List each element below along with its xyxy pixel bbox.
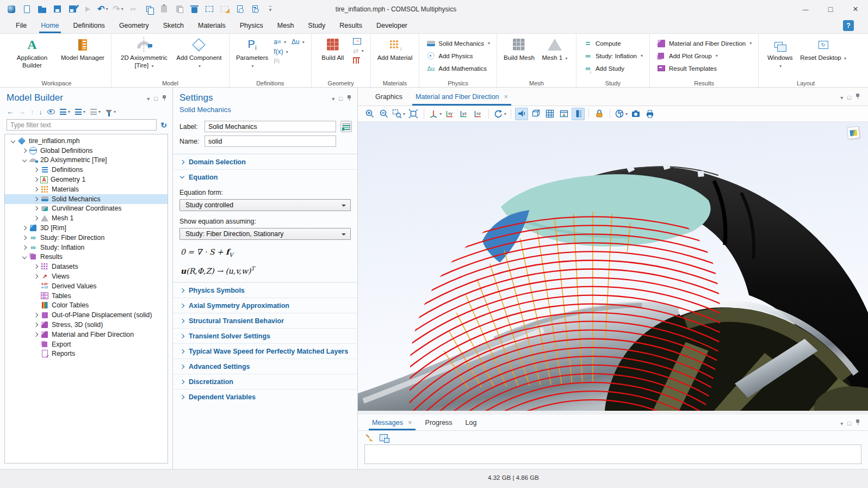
float-panel-icon[interactable] <box>339 93 343 103</box>
tree-item[interactable]: Export <box>5 339 168 349</box>
tree-item[interactable]: Study: Inflation <box>5 243 168 252</box>
clear-selection-icon[interactable] <box>219 3 231 15</box>
minimize-button[interactable] <box>793 0 818 18</box>
section-equation[interactable]: Equation <box>173 169 357 184</box>
tree-expander-icon[interactable] <box>32 166 40 173</box>
copy-icon[interactable] <box>142 3 154 15</box>
tree-expander-icon[interactable] <box>32 322 40 328</box>
section-domain-selection[interactable]: Domain Selection <box>173 154 357 169</box>
pin-icon[interactable] <box>162 95 167 101</box>
find-replace-icon[interactable] <box>249 3 261 15</box>
tree-item[interactable]: Curvilinear Coordinates <box>5 204 168 214</box>
ribbon-tab[interactable]: Sketch <box>156 18 191 33</box>
float-panel-icon[interactable] <box>847 418 851 428</box>
add-mathematics-button[interactable]: Add Mathematics <box>426 63 490 73</box>
tree-item[interactable]: Stress, 3D (solid) <box>5 320 168 330</box>
tree-expander-icon[interactable] <box>32 283 40 289</box>
run-icon[interactable] <box>82 3 94 15</box>
add-plot-group-button[interactable]: Add Plot Group▾ <box>656 51 752 61</box>
pin-icon[interactable] <box>855 419 860 425</box>
tree-expander-icon[interactable] <box>21 225 29 231</box>
settings-section-header[interactable]: Discretization <box>173 374 357 389</box>
equation-form-select[interactable]: Study controlled <box>179 199 351 211</box>
tree-item[interactable]: Definitions <box>5 165 168 175</box>
tree-expander-icon[interactable] <box>32 302 40 308</box>
tree-expander-icon[interactable] <box>32 273 40 280</box>
application-builder-button[interactable]: Application Builder <box>9 36 55 70</box>
environment-reflections-button[interactable]: ▾ <box>614 108 628 120</box>
view-xz-button[interactable]: xz <box>472 108 485 120</box>
import-geometry-button[interactable] <box>353 38 364 45</box>
tree-expander-icon[interactable] <box>32 350 40 357</box>
settings-section-header[interactable]: Physics Symbols <box>173 282 357 298</box>
tree-expander-icon[interactable] <box>21 234 29 241</box>
solid-mechanics-button[interactable]: Solid Mechanics▾ <box>426 38 490 48</box>
new-file-icon[interactable] <box>21 3 33 15</box>
panel-menu-icon[interactable] <box>840 92 843 102</box>
tree-item[interactable]: Results <box>5 252 168 262</box>
move-up-icon[interactable]: ↑ <box>30 107 34 116</box>
plot-thumbnail-icon[interactable] <box>847 126 860 139</box>
tree-expander-icon[interactable] <box>32 293 40 299</box>
undo-icon[interactable]: ▾ <box>97 3 109 15</box>
find-icon[interactable] <box>234 3 246 15</box>
tree-item[interactable]: Geometry 1 <box>5 175 168 184</box>
customize-toolbar-icon[interactable] <box>264 3 276 15</box>
tree-item[interactable]: 3D [Rim] <box>5 223 168 233</box>
delete-icon[interactable] <box>188 3 200 15</box>
tree-item[interactable]: Out-of-Plane Displacement (solid) <box>5 310 168 320</box>
label-field[interactable] <box>204 121 336 132</box>
tree-expander-icon[interactable] <box>32 205 40 212</box>
ribbon-tab[interactable]: File <box>9 18 34 33</box>
add-physics-button[interactable]: Add Physics <box>426 51 490 61</box>
redo-icon[interactable]: ▾ <box>112 3 124 15</box>
panel-menu-icon[interactable] <box>840 418 843 428</box>
compute-button[interactable]: Compute <box>583 38 643 48</box>
tree-item[interactable]: 2D Axisymmetric [Tire] <box>5 156 168 165</box>
panel-menu-icon[interactable] <box>147 93 150 103</box>
zoom-out-button[interactable] <box>377 108 390 120</box>
filter-icon[interactable]: ▾ <box>106 107 116 116</box>
tab-material-and-fiber-direction[interactable]: Material and Fiber Direction <box>409 88 514 106</box>
model-tree-node-text-icon[interactable]: ▾ <box>90 107 101 116</box>
rotate-button[interactable]: ▾ <box>493 108 507 120</box>
settings-section-header[interactable]: Dependent Variables <box>173 389 357 404</box>
transparency-button[interactable] <box>529 108 542 120</box>
paste-icon[interactable] <box>158 3 170 15</box>
tree-expander-icon[interactable] <box>21 157 29 163</box>
print-button[interactable] <box>643 108 656 120</box>
tree-item[interactable]: Color Tables <box>5 301 168 311</box>
ribbon-tab[interactable]: Physics <box>233 18 270 33</box>
settings-section-header[interactable]: Transient Solver Settings <box>173 328 357 343</box>
windows-button[interactable]: Windows▾ <box>765 36 795 70</box>
maximize-button[interactable] <box>818 0 843 18</box>
tab-progress[interactable]: Progress <box>419 415 459 430</box>
tree-item[interactable]: Reports <box>5 349 168 359</box>
tree-item[interactable]: Mesh 1 <box>5 213 168 223</box>
float-panel-icon[interactable] <box>847 92 851 102</box>
copy-to-table-icon[interactable] <box>380 434 388 441</box>
close-tab-icon[interactable] <box>408 418 412 427</box>
comsol-logo-icon[interactable] <box>5 3 17 15</box>
grid-button[interactable] <box>543 108 556 120</box>
study-inflation-button[interactable]: Study: Inflation▾ <box>583 51 643 61</box>
ribbon-tab[interactable]: Mesh <box>270 18 301 33</box>
model-manager-button[interactable]: Model Manager <box>61 36 104 62</box>
back-icon[interactable]: ← <box>7 107 14 116</box>
tree-expander-icon[interactable] <box>32 186 40 193</box>
settings-section-header[interactable]: Axial Symmetry Approximation <box>173 298 357 313</box>
build-all-button[interactable]: Build All <box>318 36 348 62</box>
image-snapshot-button[interactable] <box>629 108 642 120</box>
add-study-button[interactable]: Add Study <box>583 63 643 73</box>
tree-item[interactable]: Tables <box>5 291 168 301</box>
tree-expander-icon[interactable] <box>32 263 40 270</box>
save-to-model-manager-icon[interactable] <box>66 3 78 15</box>
tree-item[interactable]: Views <box>5 271 168 281</box>
tree-item[interactable]: Global Definitions <box>5 146 168 156</box>
tree-expander-icon[interactable] <box>21 244 29 251</box>
axisymmetric-component-button[interactable]: 2D Axisymmetric [Tire] ▾ <box>118 36 170 70</box>
ribbon-tab[interactable]: Developer <box>369 18 414 33</box>
tab-messages[interactable]: Messages <box>365 415 419 430</box>
tree-expander-icon[interactable] <box>9 138 17 144</box>
tree-item[interactable]: tire_inflation.mph <box>5 136 168 146</box>
